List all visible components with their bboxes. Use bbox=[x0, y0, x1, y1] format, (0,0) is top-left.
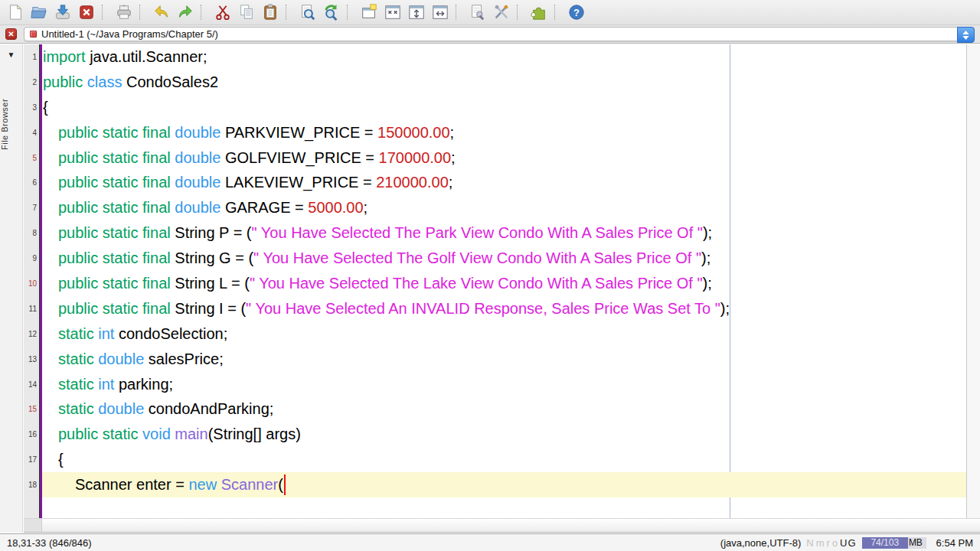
help-button[interactable]: ? bbox=[564, 2, 588, 23]
code-token: parking; bbox=[114, 376, 173, 393]
plugin-manager-icon bbox=[531, 4, 547, 21]
buffer-options-icon bbox=[469, 4, 486, 21]
code-line[interactable]: public static final String P = (" You Ha… bbox=[42, 220, 966, 246]
code-line[interactable]: public static void main(String[] args) bbox=[42, 422, 966, 447]
line-number: 7 bbox=[24, 195, 39, 220]
open-file-button[interactable] bbox=[27, 2, 51, 23]
horizontal-scrollbar[interactable] bbox=[24, 518, 980, 533]
code-line[interactable]: static int condoSelection; bbox=[42, 321, 966, 347]
code-token: Scanner bbox=[221, 476, 279, 494]
code-token: Scanner enter = bbox=[75, 476, 188, 494]
code-line[interactable]: { bbox=[42, 447, 966, 472]
unsplit-button[interactable] bbox=[381, 2, 404, 23]
code-line[interactable]: import java.util.Scanner; bbox=[42, 44, 966, 70]
copy-button[interactable] bbox=[234, 2, 258, 23]
code-token: GOLFVIEW_PRICE = bbox=[220, 149, 378, 167]
buffer-mode-indicator[interactable]: (java,none,UTF-8) bbox=[720, 537, 801, 549]
code-line[interactable]: public static final double LAKEVIEW_PRIC… bbox=[42, 170, 966, 195]
close-buffer-button[interactable] bbox=[74, 2, 98, 23]
line-number: 14 bbox=[24, 372, 39, 397]
code-line[interactable]: public static final double GOLFVIEW_PRIC… bbox=[42, 145, 966, 171]
code-line[interactable]: public static final String L = (" You Ha… bbox=[42, 271, 966, 296]
code-token: main bbox=[175, 425, 207, 443]
code-token: GARAGE = bbox=[220, 199, 308, 217]
code-token: 210000.00 bbox=[376, 174, 449, 191]
line-number: 4 bbox=[24, 120, 39, 145]
code-token: public static final bbox=[58, 149, 175, 167]
code-line[interactable]: public static final double GARAGE = 5000… bbox=[42, 195, 966, 220]
code-token: public static final bbox=[58, 300, 175, 318]
line-number: 13 bbox=[24, 347, 39, 372]
split-horizontal-button[interactable] bbox=[404, 2, 428, 23]
new-file-icon bbox=[7, 4, 24, 21]
buffer-switcher[interactable]: Untitled-1 (~/Java Programs/Chapter 5/) bbox=[24, 27, 975, 41]
code-token: ); bbox=[703, 224, 712, 242]
toolbar-separator bbox=[201, 5, 207, 20]
code-line[interactable]: Scanner enter = new Scanner( bbox=[42, 472, 966, 497]
code-line[interactable]: public static final String G = (" You Ha… bbox=[42, 246, 966, 271]
save-file-button[interactable] bbox=[51, 2, 74, 23]
code-line[interactable]: public class CondoSales2 bbox=[42, 70, 966, 95]
chevron-up-icon bbox=[962, 31, 969, 34]
cut-button[interactable] bbox=[211, 2, 234, 23]
code-token: double bbox=[98, 400, 144, 418]
buffer-flags: NmroUG bbox=[806, 537, 856, 549]
code-token: (String[] args) bbox=[208, 425, 301, 443]
redo-icon bbox=[177, 4, 194, 21]
toolbar-separator bbox=[517, 5, 524, 20]
memory-status-widget[interactable]: 74/103 MB bbox=[862, 537, 926, 549]
buffer-options-button[interactable] bbox=[466, 2, 489, 23]
find-button[interactable] bbox=[296, 2, 319, 23]
print-button[interactable] bbox=[112, 2, 136, 23]
code-line[interactable]: static int parking; bbox=[42, 372, 966, 397]
svg-text:?: ? bbox=[573, 7, 580, 18]
code-token: 150000.00 bbox=[377, 124, 450, 142]
code-token: static bbox=[58, 350, 98, 368]
buffer-flags-active: UG bbox=[840, 537, 857, 549]
code-line[interactable]: public static final double PARKVIEW_PRIC… bbox=[42, 120, 966, 145]
code-line[interactable]: static double salesPrice; bbox=[42, 347, 966, 372]
file-browser-dock-button[interactable]: File Browser bbox=[0, 70, 23, 178]
code-token: int bbox=[98, 325, 114, 343]
redo-button[interactable] bbox=[173, 2, 197, 23]
split-vertical-button[interactable] bbox=[428, 2, 452, 23]
print-icon bbox=[116, 4, 132, 21]
dock-popup-arrow-icon[interactable]: ▼ bbox=[0, 44, 22, 59]
copy-icon bbox=[238, 4, 255, 21]
code-line[interactable]: { bbox=[42, 95, 966, 120]
toolbar-separator bbox=[102, 5, 109, 20]
new-view-button[interactable] bbox=[357, 2, 381, 23]
jedit-window: ? ✕ Untitled-1 (~/Java Programs/Chapter … bbox=[0, 0, 980, 551]
code-token: condoSelection; bbox=[114, 325, 227, 343]
code-token: { bbox=[43, 99, 48, 116]
gutter: 123456789101112131415161718 bbox=[24, 44, 39, 518]
code-area[interactable]: import java.util.Scanner;public class Co… bbox=[42, 44, 966, 518]
find-next-button[interactable] bbox=[319, 2, 343, 23]
plugin-manager-button[interactable] bbox=[527, 2, 550, 23]
paste-button[interactable] bbox=[258, 2, 282, 23]
buffer-flags-inactive: Nmro bbox=[806, 537, 840, 549]
code-token: LAKEVIEW_PRICE = bbox=[220, 174, 376, 191]
code-token: String L = ( bbox=[175, 275, 250, 292]
vertical-scrollbar[interactable] bbox=[966, 44, 980, 518]
toolbar-separator bbox=[554, 5, 561, 20]
buffer-dropdown-button[interactable] bbox=[957, 27, 975, 43]
code-token: " You Have Selected The Golf View Condo … bbox=[253, 249, 701, 267]
undo-button[interactable] bbox=[149, 2, 173, 23]
code-token: double bbox=[175, 124, 220, 142]
code-token: double bbox=[175, 149, 220, 167]
new-file-button[interactable] bbox=[3, 2, 27, 23]
save-file-icon bbox=[54, 4, 71, 21]
code-token: import bbox=[43, 48, 86, 66]
code-token: " You Have Selected The Park View Condo … bbox=[252, 224, 703, 242]
code-line[interactable]: static double condoAndParking; bbox=[42, 396, 966, 422]
global-options-button[interactable] bbox=[489, 2, 513, 23]
code-line[interactable]: public static final String I = (" You Ha… bbox=[42, 296, 966, 321]
cut-icon bbox=[214, 4, 231, 21]
toolbar-separator bbox=[286, 5, 292, 20]
line-number: 6 bbox=[24, 170, 39, 195]
code-token: static bbox=[58, 325, 98, 343]
paste-icon bbox=[262, 4, 279, 21]
code-token: static bbox=[58, 376, 98, 393]
close-buffer-button[interactable]: ✕ bbox=[5, 28, 17, 40]
